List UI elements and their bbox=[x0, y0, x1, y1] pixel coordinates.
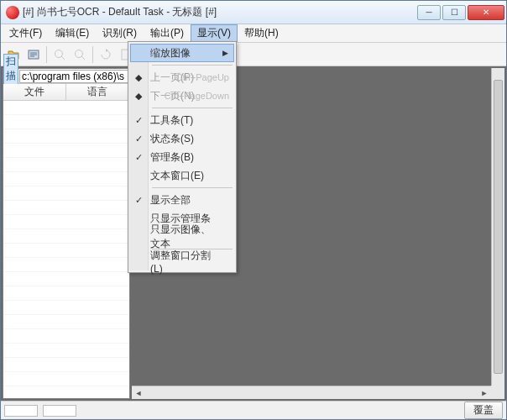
minimize-button[interactable]: ─ bbox=[417, 5, 441, 20]
bullet-icon: ◆ bbox=[135, 72, 142, 83]
menu-show-all[interactable]: ✓ 显示全部 bbox=[130, 191, 234, 209]
status-box bbox=[43, 405, 76, 417]
check-icon: ✓ bbox=[135, 195, 143, 206]
col-lang[interactable]: 语言 bbox=[66, 84, 129, 100]
horizontal-scrollbar[interactable]: ◄ ► bbox=[132, 386, 491, 399]
menu-manager-toggle[interactable]: ✓ 管理条(B) bbox=[130, 148, 234, 166]
scroll-right-icon[interactable]: ► bbox=[478, 386, 491, 400]
menu-label: 文本窗口(E) bbox=[150, 169, 204, 183]
menu-file[interactable]: 文件(F) bbox=[3, 24, 49, 42]
toolbar bbox=[1, 43, 506, 66]
rotate-button[interactable] bbox=[97, 45, 115, 64]
statusbar: 覆盖 bbox=[1, 401, 506, 419]
app-icon bbox=[6, 6, 19, 19]
menu-only-image-text[interactable]: 只显示图像、文本 bbox=[130, 228, 234, 246]
file-columns: 文件 语言 bbox=[3, 84, 129, 101]
toolbar-separator bbox=[46, 46, 47, 63]
menu-label: 调整窗口分割(L) bbox=[150, 249, 219, 275]
menu-next-page: ◆ 下一页(N) Ctrl+PageDown bbox=[130, 87, 234, 105]
dropdown-separator bbox=[152, 108, 233, 108]
menu-text-window[interactable]: 文本窗口(E) bbox=[130, 166, 234, 185]
zoom-in-button[interactable] bbox=[50, 45, 69, 64]
app-window: [#] 尚书七号OCR - Default Task - 无标题 [#] ─ ☐… bbox=[0, 0, 507, 420]
vertical-scrollbar[interactable] bbox=[491, 68, 504, 386]
menu-toolbar-toggle[interactable]: ✓ 工具条(T) bbox=[130, 111, 234, 129]
view-dropdown: 缩放图像 ▶ ◆ 上一页(P) Ctrl+PageUp ◆ 下一页(N) Ctr… bbox=[128, 41, 237, 273]
file-list[interactable] bbox=[3, 101, 129, 398]
submenu-arrow-icon: ▶ bbox=[222, 49, 228, 57]
file-panel: 扫描到 文件 语言 bbox=[3, 68, 130, 399]
menu-zoom-image[interactable]: 缩放图像 ▶ bbox=[130, 44, 234, 62]
cover-button[interactable]: 覆盖 bbox=[464, 402, 503, 419]
menu-label: 缩放图像 bbox=[150, 46, 191, 60]
menu-label: 状态条(S) bbox=[150, 132, 194, 146]
check-icon: ✓ bbox=[135, 134, 143, 144]
menu-output[interactable]: 输出(P) bbox=[144, 24, 191, 42]
menu-recognize[interactable]: 识别(R) bbox=[96, 24, 144, 42]
close-button[interactable]: ✕ bbox=[468, 5, 504, 20]
menu-label: 管理条(B) bbox=[150, 150, 194, 165]
check-icon: ✓ bbox=[135, 115, 143, 126]
col-file[interactable]: 文件 bbox=[3, 84, 66, 100]
zoom-out-button[interactable] bbox=[71, 45, 89, 64]
dropdown-separator bbox=[152, 65, 233, 66]
scroll-corner bbox=[491, 386, 504, 399]
menu-statusbar-toggle[interactable]: ✓ 状态条(S) bbox=[130, 129, 234, 148]
menu-help[interactable]: 帮助(H) bbox=[238, 24, 285, 42]
window-buttons: ─ ☐ ✕ bbox=[416, 5, 504, 20]
scan-button[interactable] bbox=[24, 45, 43, 64]
menu-label: 显示全部 bbox=[150, 193, 191, 207]
scroll-left-icon[interactable]: ◄ bbox=[132, 386, 145, 400]
bullet-icon: ◆ bbox=[135, 91, 142, 102]
menu-prev-page: ◆ 上一页(P) Ctrl+PageUp bbox=[130, 68, 234, 87]
workspace: 扫描到 文件 语言 ◄ ► bbox=[1, 66, 506, 401]
shortcut: Ctrl+PageUp bbox=[176, 72, 229, 82]
maximize-button[interactable]: ☐ bbox=[442, 5, 466, 20]
menu-label: 只显示图像、文本 bbox=[150, 223, 219, 251]
menu-label: 工具条(T) bbox=[150, 113, 193, 128]
menubar: 文件(F) 编辑(E) 识别(R) 输出(P) 显示(V) 帮助(H) bbox=[1, 24, 506, 43]
menu-edit[interactable]: 编辑(E) bbox=[49, 24, 96, 42]
menu-view[interactable]: 显示(V) bbox=[191, 24, 238, 42]
check-icon: ✓ bbox=[135, 152, 143, 163]
menu-adjust-split[interactable]: 调整窗口分割(L) bbox=[130, 252, 234, 270]
window-title: [#] 尚书七号OCR - Default Task - 无标题 [#] bbox=[23, 5, 416, 19]
toolbar-separator bbox=[92, 46, 93, 63]
shortcut: Ctrl+PageDown bbox=[165, 91, 229, 101]
dropdown-separator bbox=[152, 187, 233, 188]
titlebar: [#] 尚书七号OCR - Default Task - 无标题 [#] ─ ☐… bbox=[1, 1, 506, 24]
file-panel-header: 扫描到 bbox=[3, 69, 129, 84]
status-box bbox=[4, 405, 38, 417]
